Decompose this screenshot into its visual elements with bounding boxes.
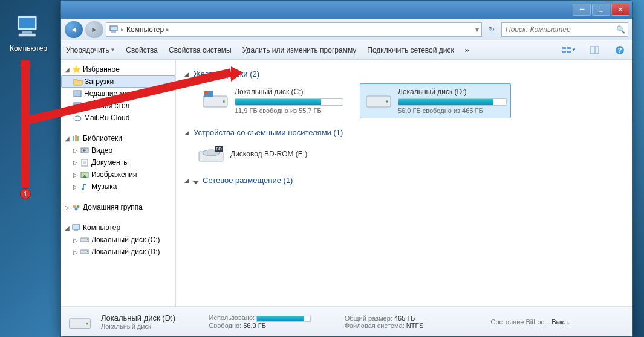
expand-icon: ◢ — [63, 225, 71, 231]
toolbar-system-properties[interactable]: Свойства системы — [169, 46, 232, 54]
maximize-button[interactable]: □ — [592, 4, 610, 16]
svg-rect-11 — [562, 47, 566, 49]
toolbar-uninstall-program[interactable]: Удалить или изменить программу — [242, 46, 357, 54]
computer-icon — [71, 223, 82, 232]
sidebar-item-drive-c[interactable]: ▷ Локальный диск (C:) — [61, 234, 175, 246]
status-used-label: Использовано: — [209, 314, 255, 321]
svg-rect-13 — [562, 51, 566, 53]
status-fs-value: NTFS — [406, 322, 424, 329]
toolbar-organize[interactable]: Упорядочить ▼ — [66, 46, 115, 54]
toolbar-more[interactable]: » — [465, 46, 469, 54]
status-total-label: Общий размер: — [345, 315, 392, 322]
minimize-button[interactable]: ━ — [573, 4, 591, 16]
drive-icon — [79, 236, 90, 243]
drive-tile-d[interactable]: Локальный диск (D:) 56,0 ГБ свободно из … — [360, 83, 511, 118]
navbar: ◄ ► ▸ Компьютер ▸ ▾ ↻ 🔍 — [61, 19, 632, 40]
search-input[interactable] — [504, 25, 616, 34]
breadcrumb-chevron-icon: ▸ — [121, 26, 124, 33]
status-free-value: 56,0 ГБ — [243, 322, 266, 329]
status-bitlocker-label: Состояние BitLoc... — [491, 318, 550, 326]
view-mode-button[interactable]: ▼ — [562, 43, 576, 57]
search-icon[interactable]: 🔍 — [616, 25, 625, 34]
svg-point-41 — [87, 239, 88, 240]
refresh-button[interactable]: ↻ — [484, 25, 499, 34]
address-bar[interactable]: ▸ Компьютер ▸ ▾ — [106, 22, 482, 37]
svg-point-49 — [386, 100, 388, 103]
svg-rect-14 — [567, 51, 571, 53]
svg-point-55 — [86, 322, 89, 324]
breadcrumb-chevron-icon: ▸ — [166, 26, 169, 33]
status-used-bar — [256, 316, 311, 322]
desktop-computer-label: Компьютер — [7, 44, 50, 53]
nav-back-button[interactable]: ◄ — [65, 21, 83, 38]
svg-point-43 — [87, 251, 88, 252]
preview-pane-button[interactable] — [587, 43, 602, 57]
titlebar: ━ □ ✕ — [61, 1, 632, 19]
drive-name: Локальный диск (D:) — [398, 88, 507, 96]
sidebar-item-drive-d[interactable]: ▷ Локальный диск (D:) — [61, 246, 175, 258]
search-box[interactable]: 🔍 — [501, 22, 628, 37]
svg-rect-39 — [74, 230, 78, 231]
svg-text:?: ? — [618, 47, 622, 54]
svg-rect-2 — [22, 31, 32, 34]
status-bitlocker-value: Выкл. — [551, 318, 570, 326]
svg-rect-38 — [73, 225, 80, 229]
toolbar-map-drive[interactable]: Подключить сетевой диск — [367, 46, 454, 54]
svg-line-7 — [25, 72, 231, 121]
computer-icon — [109, 25, 119, 34]
nav-forward-button[interactable]: ► — [85, 21, 103, 38]
close-button[interactable]: ✕ — [611, 4, 629, 16]
desktop-computer-icon[interactable]: Компьютер — [7, 12, 50, 53]
drive-icon — [79, 248, 90, 255]
svg-rect-1 — [19, 18, 35, 28]
status-free-label: Свободно: — [209, 322, 242, 329]
help-button[interactable]: ? — [613, 43, 627, 57]
breadcrumb-item[interactable]: Компьютер — [126, 25, 164, 34]
drive-capacity-bar — [398, 98, 507, 106]
computer-icon — [14, 12, 43, 41]
drive-icon — [67, 309, 93, 335]
annotation-arrow — [19, 60, 310, 211]
svg-rect-12 — [567, 47, 571, 49]
status-subtitle: Локальный диск — [101, 323, 198, 330]
drive-free-text: 56,0 ГБ свободно из 465 ГБ — [398, 107, 507, 114]
svg-rect-3 — [19, 34, 36, 36]
address-dropdown-icon[interactable]: ▾ — [475, 25, 479, 34]
drive-icon — [364, 88, 393, 112]
sidebar-computer-header[interactable]: ◢ Компьютер — [61, 222, 175, 234]
svg-rect-15 — [590, 47, 599, 54]
status-total-value: 465 ГБ — [394, 315, 415, 322]
svg-rect-10 — [111, 31, 116, 33]
toolbar: Упорядочить ▼ Свойства Свойства системы … — [61, 40, 632, 60]
status-title: Локальный диск (D:) — [101, 313, 198, 323]
expand-icon: ▷ — [72, 237, 79, 243]
statusbar: Локальный диск (D:) Локальный диск Испол… — [61, 306, 632, 336]
svg-rect-9 — [110, 26, 117, 31]
svg-marker-8 — [231, 66, 243, 82]
toolbar-properties[interactable]: Свойства — [126, 46, 158, 54]
status-fs-label: Файловая система: — [345, 322, 405, 329]
expand-icon: ▷ — [72, 249, 79, 255]
